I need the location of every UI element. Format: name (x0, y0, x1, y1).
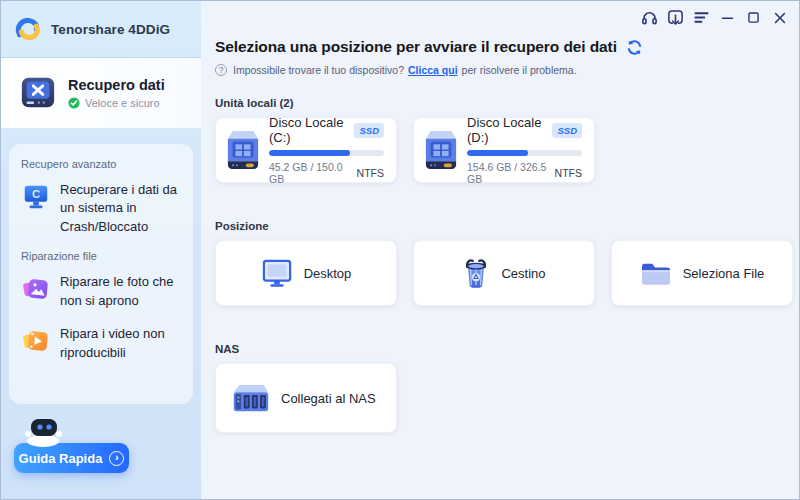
local-drives-section-label: Unità locali (2) (215, 97, 793, 109)
position-card-desktop[interactable]: Desktop (215, 240, 397, 306)
hard-drive-icon (226, 129, 260, 171)
nas-row: Collegati al NAS (215, 363, 793, 433)
help-text-suffix: per risolvere il problema. (462, 64, 577, 76)
sidebar-advanced-panel: Recupero avanzato C Recuperare i dati da… (9, 144, 193, 404)
sidebar-item-label: Riparare le foto che non si aprono (60, 272, 183, 310)
check-badge-icon (68, 97, 80, 109)
nas-card-label: Collegati al NAS (281, 391, 376, 406)
menu-icon[interactable] (692, 8, 711, 27)
sidebar-item-crash-recovery[interactable]: C Recuperare i dati da un sistema in Cra… (21, 180, 183, 236)
minimize-icon[interactable] (718, 8, 737, 27)
photo-repair-icon (21, 274, 51, 304)
nas-section-label: NAS (215, 343, 793, 355)
recycle-bin-icon (462, 258, 490, 289)
drive-card-d[interactable]: Disco Locale (D:) SSD 154.6 GB / 326.5 G… (413, 117, 595, 183)
sidebar-item-label: Recupero dati (68, 77, 165, 93)
brand-header: Tenorshare 4DDiG (1, 1, 201, 58)
drive-filesystem: NTFS (357, 167, 384, 179)
drive-name: Disco Locale (D:) (467, 115, 552, 145)
crash-computer-icon: C (21, 182, 51, 212)
position-card-label: Seleziona File (683, 266, 765, 281)
svg-text:C: C (32, 188, 40, 200)
sidebar: Tenorshare 4DDiG Recupero dati (1, 1, 201, 499)
nas-card-collegati[interactable]: Collegati al NAS (215, 363, 397, 433)
help-icon: ? (215, 64, 227, 76)
drive-card-c[interactable]: Disco Locale (C:) SSD 45.2 GB / 150.0 GB… (215, 117, 397, 183)
close-icon[interactable] (770, 8, 789, 27)
sidebar-item-recupero-dati[interactable]: Recupero dati Veloce e sicuro (1, 58, 201, 128)
sidebar-item-label: Ripara i video non riproducibili (60, 324, 183, 362)
main-area: Seleziona una posizione per avviare il r… (201, 1, 799, 499)
drive-size: 154.6 GB / 326.5 GB (467, 161, 555, 185)
brand-name: Tenorshare 4DDiG (51, 22, 170, 37)
position-row: Desktop Cestino (215, 240, 793, 306)
headphones-support-icon[interactable] (640, 8, 659, 27)
hard-drive-icon (424, 129, 458, 171)
desktop-icon (261, 258, 293, 288)
drive-size: 45.2 GB / 150.0 GB (269, 161, 357, 185)
position-card-cestino[interactable]: Cestino (413, 240, 595, 306)
video-repair-icon (21, 326, 51, 356)
quick-guide-label: Guida Rapida (19, 451, 103, 466)
nas-server-icon (232, 382, 270, 415)
chevron-right-icon: › (109, 451, 124, 466)
capacity-bar (269, 150, 384, 156)
help-link[interactable]: Clicca qui (408, 64, 458, 76)
drives-row: Disco Locale (C:) SSD 45.2 GB / 150.0 GB… (215, 117, 793, 183)
tenorshare-logo-icon (13, 14, 43, 44)
ssd-badge: SSD (552, 123, 582, 138)
ssd-badge: SSD (354, 123, 384, 138)
position-card-label: Cestino (501, 266, 545, 281)
sidebar-item-subtitle: Veloce e sicuro (85, 97, 160, 109)
robot-assistant-icon[interactable] (22, 417, 68, 447)
help-text-prefix: Impossibile trovare il tuo dispositivo? (233, 64, 404, 76)
quick-guide-button[interactable]: Guida Rapida › (14, 443, 129, 473)
help-message: ? Impossibile trovare il tuo dispositivo… (215, 64, 793, 76)
position-card-seleziona-file[interactable]: Seleziona File (611, 240, 793, 306)
download-to-device-icon[interactable] (666, 8, 685, 27)
drive-name: Disco Locale (C:) (269, 115, 354, 145)
maximize-icon[interactable] (744, 8, 763, 27)
refresh-icon[interactable] (626, 39, 643, 56)
capacity-bar (467, 150, 582, 156)
drive-filesystem: NTFS (555, 167, 582, 179)
repair-section-label: Riparazione file (21, 250, 183, 262)
sidebar-item-video-repair[interactable]: Ripara i video non riproducibili (21, 324, 183, 362)
advanced-section-label: Recupero avanzato (21, 158, 183, 170)
capacity-bar-fill (467, 150, 528, 156)
capacity-bar-fill (269, 150, 350, 156)
folder-icon (640, 260, 672, 287)
position-section-label: Posizione (215, 220, 793, 232)
sidebar-item-photo-repair[interactable]: Riparare le foto che non si aprono (21, 272, 183, 310)
drive-tools-icon (19, 74, 57, 112)
titlebar-controls (640, 8, 789, 27)
app-window: Tenorshare 4DDiG Recupero dati (0, 0, 800, 500)
sidebar-item-label: Recuperare i dati da un sistema in Crash… (60, 180, 183, 236)
page-title: Seleziona una posizione per avviare il r… (215, 38, 617, 56)
position-card-label: Desktop (304, 266, 352, 281)
